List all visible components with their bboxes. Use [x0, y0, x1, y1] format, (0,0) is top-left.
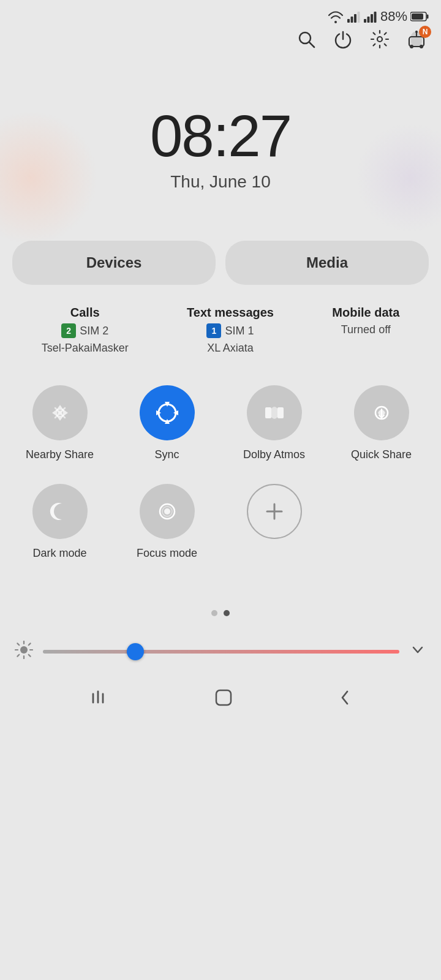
svg-point-13	[377, 37, 382, 42]
quick-share-label: Quick Share	[351, 448, 412, 462]
page-dot-1	[211, 610, 217, 616]
back-button[interactable]	[338, 688, 352, 712]
bottom-nav	[0, 676, 441, 731]
mobile-title: Mobile data	[332, 306, 399, 320]
clock-date: Thu, June 10	[170, 172, 270, 192]
dark-mode-icon	[32, 484, 88, 539]
svg-rect-2	[354, 14, 356, 23]
devices-tab[interactable]: Devices	[12, 241, 216, 285]
svg-rect-7	[374, 12, 376, 23]
tile-sync[interactable]: Sync	[113, 375, 221, 474]
page-dots	[0, 586, 441, 628]
quick-share-icon	[354, 385, 409, 440]
svg-line-38	[29, 654, 31, 656]
status-bar: 88%	[0, 0, 441, 29]
search-button[interactable]	[296, 29, 316, 53]
texts-sub: XL Axiata	[207, 342, 253, 355]
texts-item: Text messages 1 SIM 1 XL Axiata	[187, 306, 274, 355]
tile-focus-mode[interactable]: Focus mode	[113, 474, 221, 573]
brightness-slider[interactable]	[43, 650, 399, 654]
battery-icon	[410, 11, 429, 22]
brightness-row	[0, 628, 441, 676]
tile-dark-mode[interactable]: Dark mode	[6, 474, 113, 573]
sync-label: Sync	[154, 448, 179, 462]
tile-empty	[328, 474, 435, 573]
wifi-icon	[327, 10, 344, 23]
settings-button[interactable]	[370, 29, 390, 53]
tile-nearby-share[interactable]: Nearby Share	[6, 375, 113, 474]
nearby-share-label: Nearby Share	[26, 448, 94, 462]
notification-badge: N	[419, 26, 431, 38]
power-button[interactable]	[333, 29, 353, 53]
tiles-grid-row2: Dark mode Focus mode	[0, 474, 441, 585]
calls-sub: Tsel-PakaiMasker	[42, 342, 129, 355]
home-button[interactable]	[214, 688, 233, 712]
brightness-chevron[interactable]	[409, 641, 426, 663]
sim2-badge: 2	[61, 323, 76, 338]
svg-point-28	[164, 508, 170, 514]
sim1-badge: 1	[206, 323, 221, 338]
tile-quick-share[interactable]: Quick Share	[328, 375, 435, 474]
tile-add[interactable]	[221, 474, 328, 573]
battery-text: 88%	[380, 9, 407, 24]
svg-line-39	[29, 643, 31, 645]
svg-point-32	[20, 646, 28, 654]
svg-rect-3	[357, 12, 360, 23]
svg-rect-10	[412, 13, 423, 20]
add-tile-icon	[247, 484, 302, 539]
svg-rect-4	[364, 19, 366, 23]
svg-rect-6	[371, 14, 373, 23]
mobile-status: Turned off	[341, 323, 391, 336]
top-actions: N	[0, 29, 441, 66]
svg-line-12	[309, 42, 314, 47]
svg-rect-0	[347, 19, 350, 23]
svg-rect-1	[350, 17, 353, 23]
brightness-icon	[15, 641, 33, 663]
svg-rect-5	[367, 17, 369, 23]
svg-line-37	[17, 643, 19, 645]
notification-button[interactable]: N	[407, 29, 426, 53]
svg-rect-9	[427, 15, 429, 19]
focus-mode-label: Focus mode	[137, 546, 197, 560]
status-icons: 88%	[327, 9, 429, 24]
sim-row: Calls 2 SIM 2 Tsel-PakaiMasker Text mess…	[0, 300, 441, 369]
sync-icon	[140, 385, 195, 440]
svg-line-40	[17, 654, 19, 656]
recent-apps-button[interactable]	[89, 688, 109, 711]
calls-carrier: SIM 2	[80, 325, 108, 337]
clock-area: 08:27 Thu, June 10	[0, 66, 441, 241]
svg-rect-24	[265, 407, 271, 418]
dolby-label: Dolby Atmos	[243, 448, 305, 462]
page-dot-2	[224, 610, 230, 616]
nearby-share-icon	[32, 385, 88, 440]
clock-time: 08:27	[150, 102, 291, 170]
tiles-grid-row1: Nearby Share Sync Dolby Atm	[0, 369, 441, 474]
dolby-icon	[247, 385, 302, 440]
media-tab[interactable]: Media	[225, 241, 429, 285]
focus-mode-icon	[140, 484, 195, 539]
calls-badge-row: 2 SIM 2	[61, 323, 108, 338]
texts-carrier: SIM 1	[225, 325, 254, 337]
mobile-item: Mobile data Turned off	[332, 306, 399, 355]
tab-row: Devices Media	[0, 241, 441, 300]
signal2-icon	[364, 10, 377, 23]
svg-rect-25	[277, 407, 284, 418]
texts-title: Text messages	[187, 306, 274, 320]
brightness-thumb[interactable]	[127, 643, 144, 660]
signal1-icon	[347, 10, 361, 23]
svg-rect-44	[216, 690, 231, 705]
texts-badge-row: 1 SIM 1	[206, 323, 254, 338]
calls-title: Calls	[70, 306, 100, 320]
tile-dolby[interactable]: Dolby Atmos	[221, 375, 328, 474]
dark-mode-label: Dark mode	[32, 546, 86, 560]
calls-item: Calls 2 SIM 2 Tsel-PakaiMasker	[42, 306, 129, 355]
